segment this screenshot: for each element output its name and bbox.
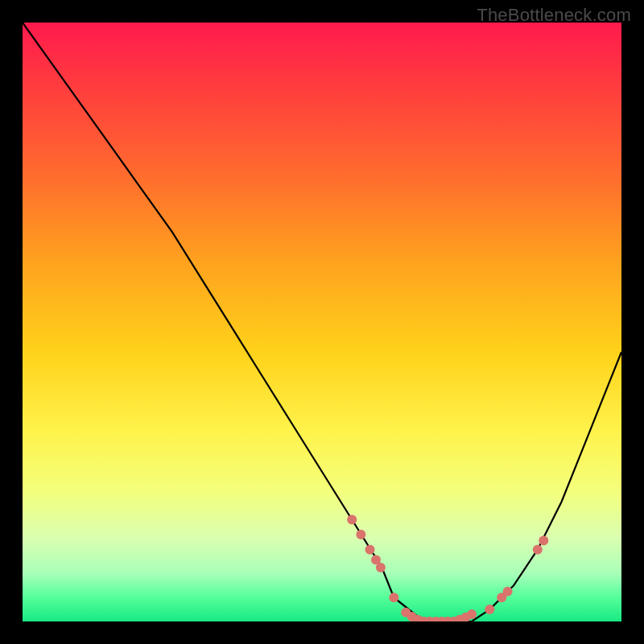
data-point	[467, 609, 477, 619]
watermark-text: TheBottleneck.com	[477, 5, 631, 26]
chart-plot-area	[23, 23, 621, 621]
chart-svg	[23, 23, 621, 621]
data-point	[389, 592, 398, 602]
data-point	[533, 545, 543, 555]
data-point	[376, 563, 386, 572]
data-point	[485, 605, 494, 614]
chart-frame: TheBottleneck.com	[0, 0, 644, 644]
curve-line	[23, 23, 621, 621]
curve-markers	[347, 515, 548, 622]
data-point	[503, 587, 513, 597]
bottleneck-curve	[23, 23, 621, 621]
data-point	[347, 515, 357, 525]
data-point	[356, 530, 365, 539]
data-point	[539, 536, 548, 546]
data-point	[365, 545, 375, 555]
